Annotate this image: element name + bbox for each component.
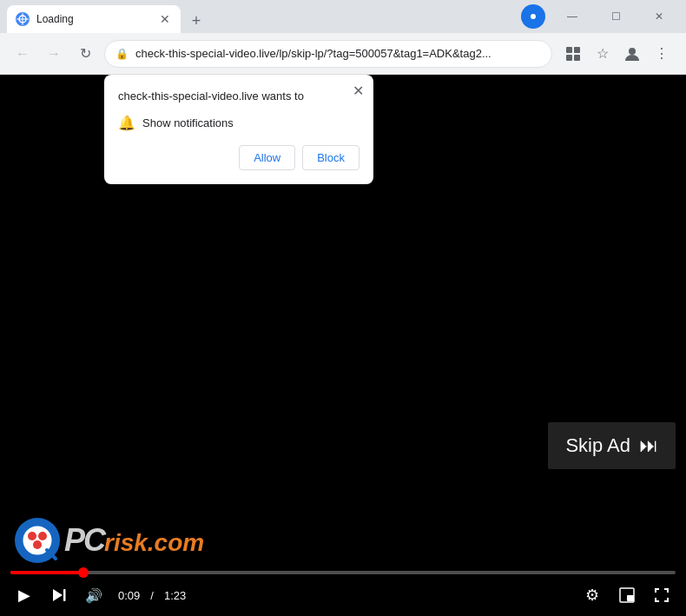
skip-ad-button[interactable]: Skip Ad ⏭: [548, 422, 676, 469]
browser-window: Loading ✕ + — ☐ ✕ ← → ↻ 🔒 check-this-spe…: [0, 0, 686, 616]
popup-title: check-this-special-video.live wants to: [118, 89, 359, 104]
popup-notification-row: 🔔 Show notifications: [118, 115, 359, 131]
current-time: 0:09: [118, 589, 140, 602]
new-tab-button[interactable]: +: [184, 9, 208, 33]
window-controls: — ☐ ✕: [521, 3, 679, 30]
menu-button[interactable]: ⋮: [648, 40, 676, 68]
fullscreen-button[interactable]: [648, 581, 676, 609]
maximize-button[interactable]: ☐: [596, 3, 636, 30]
active-tab[interactable]: Loading ✕: [7, 5, 181, 33]
tab-area: Loading ✕ +: [7, 0, 514, 33]
svg-rect-21: [627, 595, 634, 601]
popup-notification-text: Show notifications: [142, 116, 234, 129]
next-button[interactable]: [45, 581, 73, 609]
risk-text: risk.com: [104, 529, 204, 557]
bell-icon: 🔔: [118, 115, 135, 131]
back-button[interactable]: ←: [10, 42, 35, 66]
progress-dot: [78, 567, 89, 578]
popup-buttons: Allow Block: [118, 145, 359, 170]
pcrisk-watermark: PC risk.com: [14, 517, 204, 564]
popup-close-button[interactable]: ✕: [349, 82, 366, 99]
svg-rect-7: [574, 47, 580, 53]
video-controls: ▶ 🔊 0:09 / 1:23 ⚙: [0, 564, 686, 616]
svg-point-15: [33, 540, 42, 549]
volume-button[interactable]: 🔊: [80, 581, 108, 609]
url-text: check-this-special-video.live/lp/skip-lp…: [135, 47, 541, 60]
close-button[interactable]: ✕: [639, 3, 679, 30]
svg-rect-6: [566, 47, 572, 53]
svg-point-10: [629, 48, 636, 55]
svg-point-13: [28, 532, 36, 540]
pcrisk-text: PC risk.com: [64, 522, 204, 559]
notification-popup: ✕ check-this-special-video.live wants to…: [104, 75, 373, 184]
progress-bar[interactable]: [10, 571, 676, 574]
tab-favicon: [16, 12, 30, 26]
skip-ad-label: Skip Ad: [565, 434, 630, 457]
reload-button[interactable]: ↻: [73, 42, 97, 66]
tab-title: Loading: [36, 13, 151, 25]
time-separator: /: [150, 589, 154, 602]
address-bar: ← → ↻ 🔒 check-this-special-video.live/lp…: [0, 33, 686, 75]
allow-button[interactable]: Allow: [239, 145, 295, 170]
svg-point-14: [38, 532, 47, 540]
page-content: ✕ check-this-special-video.live wants to…: [0, 75, 686, 616]
lock-icon: 🔒: [115, 48, 129, 60]
svg-marker-18: [53, 589, 63, 601]
miniplayer-button[interactable]: [613, 581, 641, 609]
forward-button[interactable]: →: [42, 42, 66, 66]
address-field[interactable]: 🔒 check-this-special-video.live/lp/skip-…: [104, 40, 552, 68]
pc-text: PC: [64, 522, 104, 559]
svg-rect-9: [574, 55, 580, 61]
svg-rect-8: [566, 55, 572, 61]
play-button[interactable]: ▶: [10, 581, 38, 609]
toolbar-buttons: ☆ ⋮: [559, 40, 676, 68]
bookmark-button[interactable]: ☆: [589, 40, 617, 68]
pcrisk-logo-svg: [14, 517, 61, 564]
chrome-update-icon: [521, 4, 545, 29]
svg-rect-19: [63, 589, 66, 601]
svg-point-5: [531, 14, 536, 19]
minimize-button[interactable]: —: [552, 3, 592, 30]
title-bar: Loading ✕ + — ☐ ✕: [0, 0, 686, 33]
total-time: 1:23: [164, 589, 186, 602]
block-button[interactable]: Block: [302, 145, 359, 170]
profile-button[interactable]: [618, 40, 646, 68]
controls-row: ▶ 🔊 0:09 / 1:23 ⚙: [10, 581, 676, 609]
progress-fill: [10, 571, 83, 574]
settings-button[interactable]: ⚙: [578, 581, 606, 609]
extensions-button[interactable]: [559, 40, 587, 68]
skip-ad-arrow-icon: ⏭: [639, 434, 658, 457]
tab-close-button[interactable]: ✕: [158, 12, 172, 26]
